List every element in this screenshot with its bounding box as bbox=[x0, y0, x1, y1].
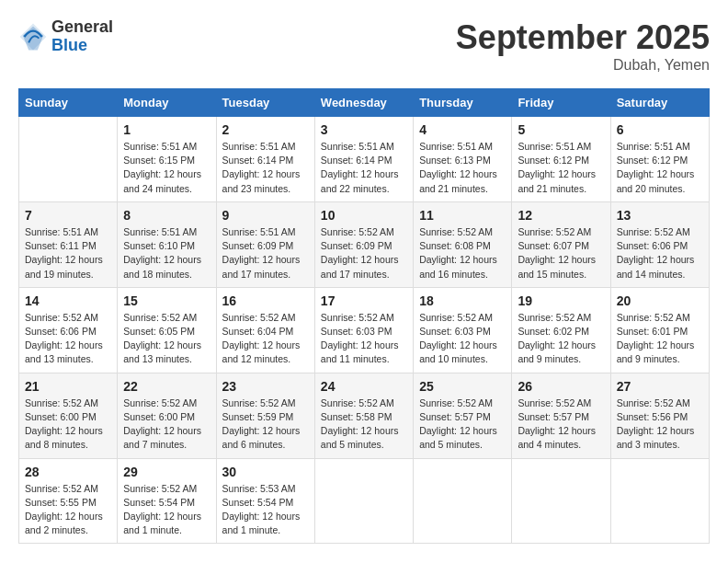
calendar-cell: 25Sunrise: 5:52 AM Sunset: 5:57 PM Dayli… bbox=[414, 373, 512, 458]
calendar-cell: 12Sunrise: 5:52 AM Sunset: 6:07 PM Dayli… bbox=[512, 201, 610, 287]
calendar-cell: 11Sunrise: 5:52 AM Sunset: 6:08 PM Dayli… bbox=[414, 201, 512, 287]
calendar-cell: 6Sunrise: 5:51 AM Sunset: 6:12 PM Daylig… bbox=[610, 117, 709, 202]
day-number: 19 bbox=[518, 293, 604, 308]
column-header-monday: Monday bbox=[118, 89, 216, 117]
calendar-cell: 8Sunrise: 5:51 AM Sunset: 6:10 PM Daylig… bbox=[118, 201, 216, 287]
day-number: 9 bbox=[222, 208, 309, 223]
day-info: Sunrise: 5:52 AM Sunset: 6:06 PM Dayligh… bbox=[617, 225, 703, 282]
day-info: Sunrise: 5:52 AM Sunset: 6:00 PM Dayligh… bbox=[25, 396, 111, 453]
calendar-cell: 28Sunrise: 5:52 AM Sunset: 5:55 PM Dayli… bbox=[19, 458, 118, 544]
column-header-thursday: Thursday bbox=[414, 89, 512, 117]
day-info: Sunrise: 5:53 AM Sunset: 5:54 PM Dayligh… bbox=[222, 482, 309, 538]
day-number: 29 bbox=[123, 465, 210, 479]
day-number: 2 bbox=[222, 122, 309, 137]
day-info: Sunrise: 5:52 AM Sunset: 6:01 PM Dayligh… bbox=[617, 311, 703, 367]
calendar-cell: 13Sunrise: 5:52 AM Sunset: 6:06 PM Dayli… bbox=[610, 201, 709, 287]
day-info: Sunrise: 5:52 AM Sunset: 5:57 PM Dayligh… bbox=[518, 396, 604, 453]
day-info: Sunrise: 5:52 AM Sunset: 5:55 PM Dayligh… bbox=[25, 482, 111, 538]
week-row-3: 14Sunrise: 5:52 AM Sunset: 6:06 PM Dayli… bbox=[19, 287, 710, 373]
calendar-cell: 21Sunrise: 5:52 AM Sunset: 6:00 PM Dayli… bbox=[19, 373, 118, 458]
day-info: Sunrise: 5:52 AM Sunset: 5:56 PM Dayligh… bbox=[617, 396, 703, 453]
week-row-1: 1Sunrise: 5:51 AM Sunset: 6:15 PM Daylig… bbox=[19, 117, 710, 202]
day-info: Sunrise: 5:51 AM Sunset: 6:15 PM Dayligh… bbox=[123, 140, 210, 196]
day-info: Sunrise: 5:52 AM Sunset: 6:05 PM Dayligh… bbox=[123, 311, 210, 367]
column-header-sunday: Sunday bbox=[19, 89, 118, 117]
calendar-cell bbox=[314, 458, 413, 544]
day-info: Sunrise: 5:52 AM Sunset: 6:03 PM Dayligh… bbox=[419, 311, 506, 367]
calendar-cell: 29Sunrise: 5:52 AM Sunset: 5:54 PM Dayli… bbox=[118, 458, 216, 544]
column-header-tuesday: Tuesday bbox=[216, 89, 314, 117]
day-info: Sunrise: 5:52 AM Sunset: 5:58 PM Dayligh… bbox=[321, 396, 407, 453]
calendar-table: SundayMondayTuesdayWednesdayThursdayFrid… bbox=[18, 88, 710, 544]
day-number: 13 bbox=[617, 208, 703, 223]
page-header: General Blue September 2025 Dubah, Yemen bbox=[18, 18, 710, 74]
logo-blue: Blue bbox=[51, 37, 113, 55]
day-number: 17 bbox=[321, 293, 407, 308]
calendar-cell: 4Sunrise: 5:51 AM Sunset: 6:13 PM Daylig… bbox=[414, 117, 512, 202]
calendar-cell bbox=[414, 458, 512, 544]
day-number: 5 bbox=[518, 122, 604, 137]
day-number: 27 bbox=[617, 379, 703, 394]
calendar-cell: 10Sunrise: 5:52 AM Sunset: 6:09 PM Dayli… bbox=[314, 201, 413, 287]
day-number: 18 bbox=[419, 293, 506, 308]
column-header-friday: Friday bbox=[512, 89, 610, 117]
day-number: 22 bbox=[123, 379, 210, 394]
day-number: 14 bbox=[25, 293, 111, 308]
day-number: 24 bbox=[321, 379, 407, 394]
title-section: September 2025 Dubah, Yemen bbox=[456, 18, 710, 74]
calendar-cell: 14Sunrise: 5:52 AM Sunset: 6:06 PM Dayli… bbox=[19, 287, 118, 373]
calendar-cell: 19Sunrise: 5:52 AM Sunset: 6:02 PM Dayli… bbox=[512, 287, 610, 373]
column-header-saturday: Saturday bbox=[610, 89, 709, 117]
calendar-cell: 22Sunrise: 5:52 AM Sunset: 6:00 PM Dayli… bbox=[118, 373, 216, 458]
day-number: 26 bbox=[518, 379, 604, 394]
calendar-cell: 18Sunrise: 5:52 AM Sunset: 6:03 PM Dayli… bbox=[414, 287, 512, 373]
day-info: Sunrise: 5:52 AM Sunset: 5:57 PM Dayligh… bbox=[419, 396, 506, 453]
day-number: 1 bbox=[123, 122, 210, 137]
calendar-cell bbox=[512, 458, 610, 544]
logo-general: General bbox=[51, 18, 113, 37]
day-number: 3 bbox=[321, 122, 407, 137]
day-info: Sunrise: 5:51 AM Sunset: 6:12 PM Dayligh… bbox=[518, 140, 604, 196]
day-number: 28 bbox=[25, 465, 111, 479]
day-number: 15 bbox=[123, 293, 210, 308]
week-row-5: 28Sunrise: 5:52 AM Sunset: 5:55 PM Dayli… bbox=[19, 458, 710, 544]
week-row-4: 21Sunrise: 5:52 AM Sunset: 6:00 PM Dayli… bbox=[19, 373, 710, 458]
day-number: 6 bbox=[617, 122, 703, 137]
day-number: 25 bbox=[419, 379, 506, 394]
calendar-cell: 30Sunrise: 5:53 AM Sunset: 5:54 PM Dayli… bbox=[216, 458, 314, 544]
calendar-cell: 23Sunrise: 5:52 AM Sunset: 5:59 PM Dayli… bbox=[216, 373, 314, 458]
day-number: 20 bbox=[617, 293, 703, 308]
day-info: Sunrise: 5:51 AM Sunset: 6:09 PM Dayligh… bbox=[222, 225, 309, 282]
logo-text: General Blue bbox=[51, 18, 113, 55]
location: Dubah, Yemen bbox=[456, 57, 710, 74]
day-info: Sunrise: 5:52 AM Sunset: 6:04 PM Dayligh… bbox=[222, 311, 309, 367]
day-number: 23 bbox=[222, 379, 309, 394]
day-number: 4 bbox=[419, 122, 506, 137]
calendar-cell: 16Sunrise: 5:52 AM Sunset: 6:04 PM Dayli… bbox=[216, 287, 314, 373]
calendar-cell: 27Sunrise: 5:52 AM Sunset: 5:56 PM Dayli… bbox=[610, 373, 709, 458]
day-info: Sunrise: 5:51 AM Sunset: 6:13 PM Dayligh… bbox=[419, 140, 506, 196]
calendar-cell: 7Sunrise: 5:51 AM Sunset: 6:11 PM Daylig… bbox=[19, 201, 118, 287]
calendar-cell bbox=[610, 458, 709, 544]
day-number: 10 bbox=[321, 208, 407, 223]
day-number: 11 bbox=[419, 208, 506, 223]
day-info: Sunrise: 5:52 AM Sunset: 6:07 PM Dayligh… bbox=[518, 225, 604, 282]
calendar-cell: 24Sunrise: 5:52 AM Sunset: 5:58 PM Dayli… bbox=[314, 373, 413, 458]
day-info: Sunrise: 5:52 AM Sunset: 5:59 PM Dayligh… bbox=[222, 396, 309, 453]
day-info: Sunrise: 5:51 AM Sunset: 6:14 PM Dayligh… bbox=[321, 140, 407, 196]
calendar-cell: 9Sunrise: 5:51 AM Sunset: 6:09 PM Daylig… bbox=[216, 201, 314, 287]
header-row: SundayMondayTuesdayWednesdayThursdayFrid… bbox=[19, 89, 710, 117]
day-number: 12 bbox=[518, 208, 604, 223]
calendar-cell: 17Sunrise: 5:52 AM Sunset: 6:03 PM Dayli… bbox=[314, 287, 413, 373]
day-info: Sunrise: 5:52 AM Sunset: 6:03 PM Dayligh… bbox=[321, 311, 407, 367]
week-row-2: 7Sunrise: 5:51 AM Sunset: 6:11 PM Daylig… bbox=[19, 201, 710, 287]
day-info: Sunrise: 5:51 AM Sunset: 6:11 PM Dayligh… bbox=[25, 225, 111, 282]
logo: General Blue bbox=[18, 18, 113, 55]
day-info: Sunrise: 5:51 AM Sunset: 6:10 PM Dayligh… bbox=[123, 225, 210, 282]
calendar-cell: 2Sunrise: 5:51 AM Sunset: 6:14 PM Daylig… bbox=[216, 117, 314, 202]
calendar-cell: 3Sunrise: 5:51 AM Sunset: 6:14 PM Daylig… bbox=[314, 117, 413, 202]
day-info: Sunrise: 5:52 AM Sunset: 6:00 PM Dayligh… bbox=[123, 396, 210, 453]
day-info: Sunrise: 5:52 AM Sunset: 6:02 PM Dayligh… bbox=[518, 311, 604, 367]
calendar-cell: 20Sunrise: 5:52 AM Sunset: 6:01 PM Dayli… bbox=[610, 287, 709, 373]
logo-icon bbox=[18, 22, 48, 52]
